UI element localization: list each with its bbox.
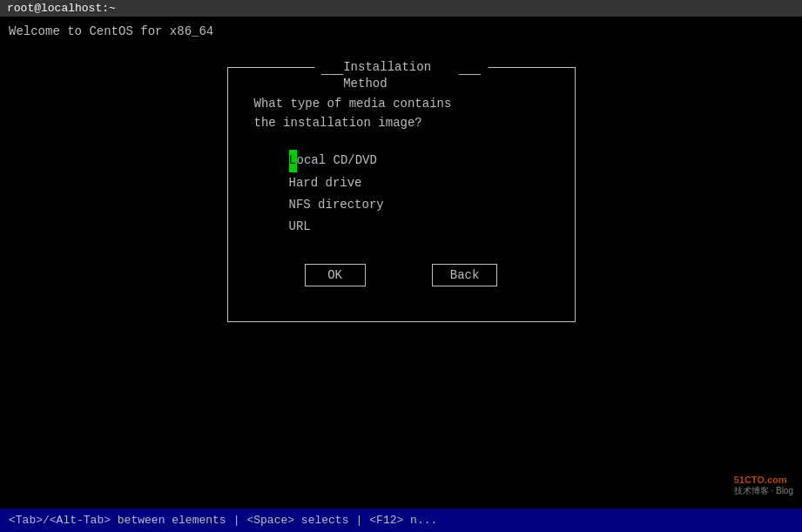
status-segment-3: <F12> n... <box>369 514 437 527</box>
watermark: 51CTO.com 技术博客 · Blog <box>734 475 793 497</box>
dialog-box: ─── Installation Method ─── What type of… <box>227 67 576 323</box>
watermark-line2: 技术博客 · Blog <box>734 485 793 497</box>
status-segment-2: <Space> selects <box>246 514 348 527</box>
title-bar: root@localhost:~ <box>0 0 802 17</box>
status-segment-1: <Tab>/<Alt-Tab> between elements <box>9 514 226 527</box>
dialog-buttons: OK Back <box>254 264 549 304</box>
dialog-body: What type of media contains the installa… <box>228 68 575 322</box>
terminal-content: Welcome to CentOS for x86_64 ─── Install… <box>0 17 802 329</box>
options-list: Local CD/DVD Hard drive NFS directory UR… <box>289 150 549 238</box>
welcome-text: Welcome to CentOS for x86_64 <box>9 24 793 41</box>
option-nfs-directory[interactable]: NFS directory <box>289 194 549 216</box>
option-label-url: URL <box>289 216 311 238</box>
status-divider-1: | <box>233 514 240 527</box>
ok-button[interactable]: OK <box>305 264 366 286</box>
option-local-cd[interactable]: Local CD/DVD <box>289 150 549 172</box>
option-label-cd: ocal CD/DVD <box>297 150 377 172</box>
dialog-title-suffix: ─── <box>459 67 481 84</box>
option-highlight-L: L <box>289 150 297 172</box>
question-line2: the installation image? <box>254 116 422 130</box>
option-hard-drive[interactable]: Hard drive <box>289 172 549 194</box>
option-label-hd: Hard drive <box>289 172 362 194</box>
terminal-screen: root@localhost:~ Welcome to CentOS for x… <box>0 0 802 532</box>
back-button[interactable]: Back <box>432 264 498 286</box>
status-bar: <Tab>/<Alt-Tab> between elements | <Spac… <box>0 508 802 532</box>
dialog-title-area: ─── Installation Method ─── <box>314 59 488 93</box>
dialog-title-prefix: ─── <box>321 67 343 84</box>
question-line1: What type of media contains <box>254 97 452 111</box>
title-bar-text: root@localhost:~ <box>7 2 116 15</box>
status-divider-2: | <box>355 514 362 527</box>
watermark-line1: 51CTO.com <box>734 475 793 485</box>
dialog-container: ─── Installation Method ─── What type of… <box>9 67 793 323</box>
option-url[interactable]: URL <box>289 216 549 238</box>
option-label-nfs: NFS directory <box>289 194 384 216</box>
dialog-question: What type of media contains the installa… <box>254 94 549 133</box>
dialog-title: Installation Method <box>343 59 459 93</box>
